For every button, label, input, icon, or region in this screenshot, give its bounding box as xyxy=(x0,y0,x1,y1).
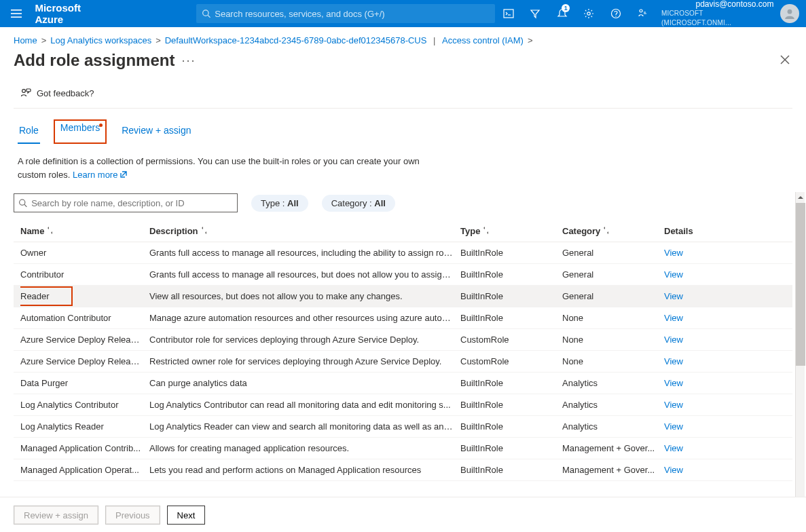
sort-icon xyxy=(483,226,490,236)
cell-name: Log Analytics Contributor xyxy=(20,400,149,410)
feedback-label: Got feedback? xyxy=(37,88,94,98)
previous-button[interactable]: Previous xyxy=(105,506,160,525)
global-search-input[interactable] xyxy=(215,9,490,19)
cell-description: Grants full access to manage all resourc… xyxy=(149,269,460,280)
view-link[interactable]: View xyxy=(664,400,683,410)
table-row[interactable]: OwnerGrants full access to manage all re… xyxy=(14,242,792,264)
table-row[interactable]: Log Analytics ContributorLog Analytics C… xyxy=(14,394,792,416)
feedback-icon[interactable] xyxy=(629,0,656,27)
col-header-category[interactable]: Category xyxy=(562,226,664,236)
col-header-type[interactable]: Type xyxy=(460,226,562,236)
tab-members[interactable]: Members xyxy=(59,118,101,133)
cell-category: None xyxy=(562,335,664,345)
cell-category: Analytics xyxy=(562,378,664,388)
learn-more-link[interactable]: Learn more xyxy=(73,170,127,180)
scroll-thumb[interactable] xyxy=(796,203,805,366)
table-row[interactable]: Managed Application Operat...Lets you re… xyxy=(14,459,792,481)
view-link[interactable]: View xyxy=(664,291,683,301)
breadcrumb-home[interactable]: Home xyxy=(14,35,37,45)
svg-point-3 xyxy=(203,10,208,16)
close-button[interactable] xyxy=(777,52,792,69)
view-link[interactable]: View xyxy=(664,421,683,432)
tab-role[interactable]: Role xyxy=(18,121,40,144)
view-link[interactable]: View xyxy=(664,465,683,475)
table-row[interactable]: Data PurgerCan purge analytics dataBuilt… xyxy=(14,373,792,394)
account-info[interactable]: pdavis@contoso.com MICROSOFT (MICROSOFT.… xyxy=(656,0,780,28)
svg-line-17 xyxy=(24,204,26,206)
footer: Review + assign Previous Next xyxy=(0,497,806,532)
brand[interactable]: Microsoft Azure xyxy=(32,2,121,25)
settings-icon[interactable] xyxy=(575,0,602,27)
view-link[interactable]: View xyxy=(664,313,683,323)
view-link[interactable]: View xyxy=(664,356,683,366)
cell-description: Log Analytics Contributor can read all m… xyxy=(149,400,460,410)
cell-category: General xyxy=(562,269,664,280)
help-icon[interactable] xyxy=(602,0,629,27)
notification-badge: 1 xyxy=(562,4,570,12)
review-assign-button[interactable]: Review + assign xyxy=(14,506,98,525)
tab-review[interactable]: Review + assign xyxy=(120,121,192,144)
cell-type: CustomRole xyxy=(460,335,562,345)
svg-rect-5 xyxy=(504,10,513,18)
global-search[interactable] xyxy=(196,4,495,23)
view-link[interactable]: View xyxy=(664,248,683,258)
cell-category: None xyxy=(562,356,664,366)
directory-filter-icon[interactable] xyxy=(521,0,549,27)
cell-type: BuiltInRole xyxy=(460,291,562,301)
breadcrumb-workspaces[interactable]: Log Analytics workspaces xyxy=(50,35,151,45)
view-link[interactable]: View xyxy=(664,378,683,388)
table-row[interactable]: Managed Application Contrib...Allows for… xyxy=(14,438,792,459)
cell-name: Azure Service Deploy Release ... xyxy=(20,335,149,345)
view-link[interactable]: View xyxy=(664,443,683,453)
chevron-right-icon: > xyxy=(155,35,161,45)
cell-category: Management + Gover... xyxy=(562,465,664,475)
scroll-up-icon[interactable] xyxy=(796,192,805,203)
breadcrumb-workspace[interactable]: DefaultWorkspace-1234abcd-2345-6789-0abc… xyxy=(165,35,427,45)
breadcrumb-iam[interactable]: Access control (IAM) xyxy=(442,35,524,45)
role-search[interactable] xyxy=(14,193,238,212)
cell-name: Reader xyxy=(20,286,149,306)
avatar[interactable] xyxy=(780,4,799,23)
table-row[interactable]: Azure Service Deploy Release ...Restrict… xyxy=(14,351,792,373)
notifications-icon[interactable]: 1 xyxy=(549,0,576,27)
table-row[interactable]: Automation ContributorManage azure autom… xyxy=(14,307,792,329)
category-filter[interactable]: Category : All xyxy=(322,195,395,212)
search-icon xyxy=(18,198,27,208)
chevron-right-icon: > xyxy=(528,35,533,45)
table-row[interactable]: Log Analytics ReaderLog Analytics Reader… xyxy=(14,416,792,438)
feedback-link[interactable]: Got feedback? xyxy=(14,77,792,109)
scrollbar[interactable] xyxy=(795,192,805,514)
view-link[interactable]: View xyxy=(664,335,683,345)
table-body: OwnerGrants full access to manage all re… xyxy=(14,242,792,481)
breadcrumb: Home > Log Analytics workspaces > Defaul… xyxy=(0,27,806,48)
cell-description: View all resources, but does not allow y… xyxy=(149,291,460,301)
type-filter[interactable]: Type : All xyxy=(251,195,308,212)
col-header-name[interactable]: Name xyxy=(20,226,149,236)
cell-type: BuiltInRole xyxy=(460,465,562,475)
cell-type: BuiltInRole xyxy=(460,443,562,453)
cell-description: Can purge analytics data xyxy=(149,378,460,388)
cell-type: CustomRole xyxy=(460,356,562,366)
tabs: Role Members Review + assign xyxy=(14,109,792,144)
cell-description: Lets you read and perform actions on Man… xyxy=(149,465,460,475)
role-search-input[interactable] xyxy=(31,198,233,208)
cell-description: Manage azure automation resources and ot… xyxy=(149,313,460,323)
svg-point-16 xyxy=(20,200,25,205)
table-row[interactable]: ReaderView all resources, but does not a… xyxy=(14,286,792,307)
cell-type: BuiltInRole xyxy=(460,378,562,388)
hamburger-menu[interactable] xyxy=(0,0,32,27)
roles-table: Name Description Type Category Details O… xyxy=(14,222,792,481)
col-header-details: Details xyxy=(664,226,732,236)
cell-category: None xyxy=(562,313,664,323)
cell-category: General xyxy=(562,291,664,301)
cloud-shell-icon[interactable] xyxy=(495,0,522,27)
more-icon[interactable]: ··· xyxy=(181,54,196,68)
next-button[interactable]: Next xyxy=(167,506,206,525)
role-description: A role definition is a collection of per… xyxy=(14,144,448,181)
col-header-description[interactable]: Description xyxy=(149,226,460,236)
svg-rect-15 xyxy=(26,89,31,92)
table-row[interactable]: ContributorGrants full access to manage … xyxy=(14,264,792,286)
view-link[interactable]: View xyxy=(664,269,683,280)
table-row[interactable]: Azure Service Deploy Release ...Contribu… xyxy=(14,329,792,351)
tab-dirty-indicator-icon xyxy=(99,124,103,127)
